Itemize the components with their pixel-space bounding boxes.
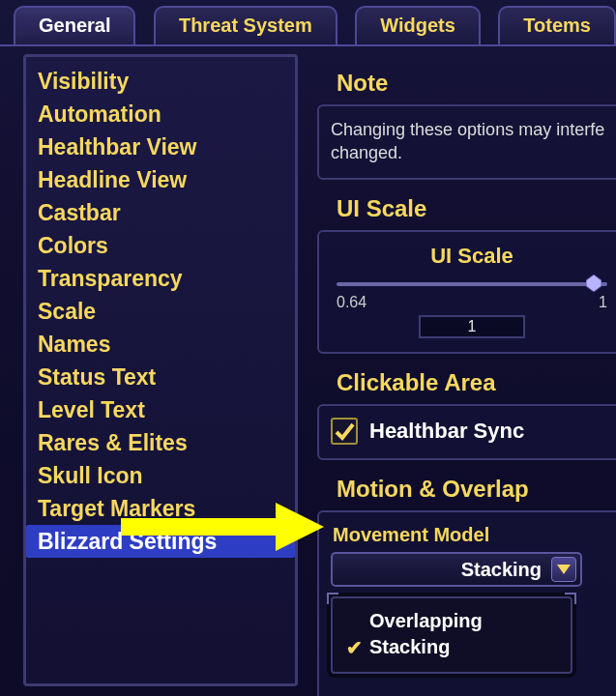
sidebar-item-names[interactable]: Names	[26, 328, 295, 361]
movement-model-menu: Overlapping ✔ Stacking	[331, 596, 572, 674]
healthbar-sync-label: Healthbar Sync	[369, 419, 524, 444]
sidebar-item-automation[interactable]: Automation	[26, 98, 295, 130]
tab-underline	[0, 44, 616, 46]
sidebar-item-transparency[interactable]: Transparency	[26, 262, 295, 295]
menu-item-overlapping[interactable]: Overlapping	[340, 608, 563, 634]
clickable-area-box: Healthbar Sync	[317, 404, 616, 460]
sidebar-item-castbar[interactable]: Castbar	[26, 196, 295, 229]
tab-label: Threat System	[179, 14, 312, 36]
ui-scale-max: 1	[599, 294, 607, 311]
chevron-down-icon	[557, 565, 571, 574]
tab-threat-system[interactable]: Threat System	[154, 6, 337, 44]
section-heading-motion-overlap: Motion & Overlap	[337, 476, 616, 503]
slider-thumb[interactable]	[586, 275, 601, 292]
sidebar-item-colors[interactable]: Colors	[26, 229, 295, 262]
section-heading-clickable-area: Clickable Area	[337, 369, 616, 396]
healthbar-sync-checkbox[interactable]	[331, 418, 358, 445]
dropdown-toggle-button[interactable]	[551, 557, 576, 582]
tab-label: Totems	[523, 14, 591, 36]
sidebar-item-healthbar-view[interactable]: Healthbar View	[26, 130, 295, 163]
movement-model-dropdown[interactable]: Stacking	[331, 552, 582, 587]
sidebar-item-visibility[interactable]: Visibility	[26, 65, 295, 98]
sidebar-item-skull-icon[interactable]: Skull Icon	[26, 459, 295, 492]
menu-item-stacking[interactable]: ✔ Stacking	[340, 634, 563, 660]
note-text: Changing these options may interfe chang…	[331, 118, 613, 164]
ui-scale-box: UI Scale 0.64 1	[317, 230, 616, 354]
sidebar-item-status-text[interactable]: Status Text	[26, 361, 295, 393]
content-pane: Note Changing these options may interfe …	[309, 54, 616, 696]
movement-model-selected: Stacking	[344, 559, 551, 581]
sidebar-item-headline-view[interactable]: Headline View	[26, 163, 295, 196]
tab-bar: General Threat System Widgets Totems Cus…	[14, 6, 616, 46]
tab-label: General	[39, 14, 110, 36]
tab-totems[interactable]: Totems	[498, 6, 616, 44]
movement-model-label: Movement Model	[333, 524, 613, 546]
check-icon	[334, 420, 355, 442]
sidebar-item-target-markers[interactable]: Target Markers	[26, 492, 295, 525]
ui-scale-slider[interactable]	[337, 275, 607, 292]
tab-label: Widgets	[380, 14, 455, 36]
sidebar-item-scale[interactable]: Scale	[26, 295, 295, 328]
sidebar-item-rares-elites[interactable]: Rares & Elites	[26, 426, 295, 459]
svg-marker-1	[557, 565, 571, 574]
menu-item-check: ✔	[346, 638, 364, 657]
section-heading-ui-scale: UI Scale	[337, 195, 616, 222]
ui-scale-value-input[interactable]	[419, 315, 525, 338]
slider-track	[337, 282, 607, 286]
ui-scale-min: 0.64	[337, 294, 367, 311]
tab-widgets[interactable]: Widgets	[355, 6, 481, 44]
motion-overlap-box: Movement Model Stacking Overlapping ✔ St…	[317, 510, 616, 696]
sidebar-item-blizzard-settings[interactable]: Blizzard Settings	[26, 525, 295, 558]
menu-item-label: Overlapping	[369, 610, 483, 632]
tab-general[interactable]: General	[14, 6, 135, 44]
ui-scale-slider-label: UI Scale	[331, 244, 613, 269]
menu-item-label: Stacking	[369, 636, 450, 658]
sidebar: Visibility Automation Healthbar View Hea…	[23, 54, 298, 686]
svg-marker-0	[586, 275, 601, 292]
sidebar-item-level-text[interactable]: Level Text	[26, 393, 295, 426]
note-box: Changing these options may interfe chang…	[317, 104, 616, 180]
section-heading-note: Note	[337, 70, 616, 97]
